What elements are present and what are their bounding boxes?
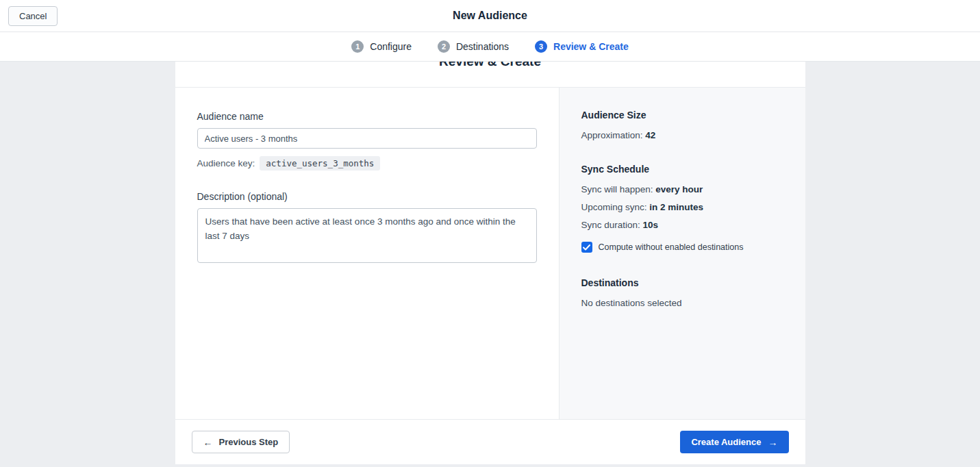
page-title: New Audience <box>453 10 527 22</box>
upcoming-sync-value: in 2 minutes <box>649 202 703 212</box>
step-number-badge: 3 <box>535 40 547 53</box>
card-footer: ← Previous Step Create Audience → <box>175 419 805 464</box>
audience-name-label: Audience name <box>197 111 537 122</box>
destinations-heading: Destinations <box>581 277 783 288</box>
description-textarea[interactable]: Users that have been active at least onc… <box>197 208 537 263</box>
arrow-left-icon: ← <box>203 438 213 447</box>
card-header: Review & Create <box>175 62 805 88</box>
step-number-badge: 1 <box>351 40 364 53</box>
new-audience-page: Cancel New Audience 1 Configure 2 Destin… <box>0 0 980 467</box>
approximation-label: Approximation: <box>581 130 643 140</box>
step-label: Review & Create <box>553 41 629 52</box>
previous-step-label: Previous Step <box>219 437 279 447</box>
step-number-badge: 2 <box>438 40 450 53</box>
step-review-create[interactable]: 3 Review & Create <box>535 40 629 53</box>
sync-happen-label: Sync will happen: <box>581 184 653 194</box>
audience-key-chip: active_users_3_months <box>260 156 380 171</box>
top-bar: Cancel New Audience <box>0 0 980 32</box>
step-destinations[interactable]: 2 Destinations <box>438 40 509 53</box>
destinations-value: No destinations selected <box>581 298 783 308</box>
audience-key-row: Audience key: active_users_3_months <box>197 156 537 171</box>
audience-size-heading: Audience Size <box>581 110 783 121</box>
arrow-right-icon: → <box>768 438 778 447</box>
create-audience-button[interactable]: Create Audience → <box>680 431 788 453</box>
sync-duration-row: Sync duration: 10s <box>581 220 783 230</box>
content-area: Review & Create Audience name Audience k… <box>0 62 980 467</box>
sync-duration-value: 10s <box>643 220 659 230</box>
audience-key-label: Audience key: <box>197 158 255 168</box>
cancel-button[interactable]: Cancel <box>8 6 58 26</box>
create-audience-label: Create Audience <box>691 437 761 447</box>
checkmark-icon <box>583 244 590 251</box>
sync-duration-label: Sync duration: <box>581 220 640 230</box>
compute-checkbox-label: Compute without enabled destinations <box>599 242 744 252</box>
sync-schedule-heading: Sync Schedule <box>581 164 783 175</box>
step-label: Destinations <box>456 41 509 52</box>
approximation-row: Approximation: 42 <box>581 130 783 140</box>
form-column: Audience name Audience key: active_users… <box>175 88 559 419</box>
sync-happen-value: every hour <box>655 184 703 194</box>
upcoming-sync-row: Upcoming sync: in 2 minutes <box>581 202 783 212</box>
review-card: Review & Create Audience name Audience k… <box>175 62 805 464</box>
step-configure[interactable]: 1 Configure <box>351 40 412 53</box>
previous-step-button[interactable]: ← Previous Step <box>192 431 290 453</box>
compute-checkbox-row: Compute without enabled destinations <box>581 242 783 253</box>
description-label: Description (optional) <box>197 191 537 202</box>
compute-checkbox[interactable] <box>581 242 592 253</box>
upcoming-sync-label: Upcoming sync: <box>581 202 647 212</box>
stepper: 1 Configure 2 Destinations 3 Review & Cr… <box>0 32 980 62</box>
approximation-value: 42 <box>645 130 655 140</box>
card-body: Audience name Audience key: active_users… <box>175 88 805 419</box>
summary-column: Audience Size Approximation: 42 Sync Sch… <box>559 88 805 419</box>
audience-name-input[interactable] <box>197 128 537 149</box>
step-label: Configure <box>370 41 412 52</box>
card-title: Review & Create <box>175 62 805 70</box>
sync-happen-row: Sync will happen: every hour <box>581 184 783 194</box>
